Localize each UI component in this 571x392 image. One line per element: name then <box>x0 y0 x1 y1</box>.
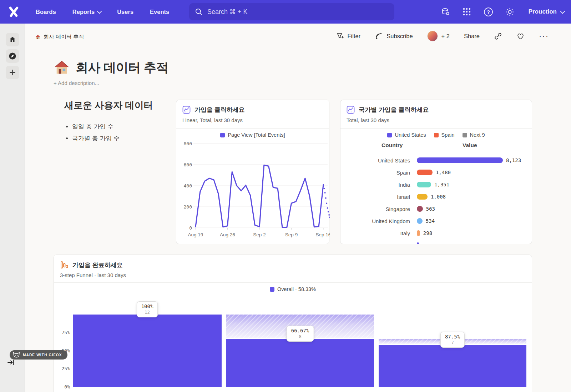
subscribe-button[interactable]: Subscribe <box>375 32 413 40</box>
country-label: Spain <box>340 170 410 176</box>
funnel-bar[interactable] <box>226 339 374 387</box>
favorite-button[interactable] <box>516 32 525 40</box>
nav-item-label: Reports <box>72 9 95 15</box>
funnel-card[interactable]: 가입을 완료하세요 3-step Funnel · last 30 days O… <box>54 255 532 392</box>
legend-item[interactable]: Page View [Total Events] <box>220 132 285 138</box>
card-title: 국가별 가입을 클릭하세요 <box>359 106 429 114</box>
text-card-bullet: 국가별 총 가입 수 <box>72 134 186 142</box>
table-row[interactable]: India 1,351 <box>340 179 532 191</box>
column-header-value[interactable]: Value <box>463 142 477 149</box>
search-input[interactable]: Search ⌘ + K <box>189 3 394 20</box>
divider <box>176 128 329 129</box>
heart-icon <box>516 32 525 40</box>
funnel-step-tooltip: 87.5% 7 <box>440 332 465 348</box>
search-icon <box>195 8 203 16</box>
line-chart-plot[interactable]: 0200400600800Aug 19Aug 26Sep 2Sep 9Sep 1… <box>176 139 330 243</box>
legend-item[interactable]: Next 9 <box>463 132 485 138</box>
nav-item-label: Boards <box>36 9 56 15</box>
table-row[interactable]: Singapore 563 <box>340 203 532 215</box>
avatar <box>427 31 438 41</box>
line-chart-icon <box>182 106 191 114</box>
fox-icon <box>13 352 20 358</box>
country-label: Italy <box>340 230 410 236</box>
share-button[interactable]: Share <box>464 33 480 40</box>
board-title[interactable]: 회사 데이터 추적 <box>76 59 168 76</box>
country-label: Singapore <box>340 206 410 212</box>
plus-icon <box>9 69 16 76</box>
table-row[interactable]: Spain 1,480 <box>340 166 532 179</box>
country-bar <box>417 218 423 224</box>
card-title: 가입을 클릭하세요 <box>194 106 245 114</box>
svg-text:800: 800 <box>184 141 192 146</box>
collaborators[interactable]: + 2 <box>427 31 450 41</box>
legend-item[interactable]: United States <box>387 132 426 138</box>
nav-item-users[interactable]: Users <box>117 9 133 15</box>
sidebar-home-button[interactable] <box>6 33 19 46</box>
filter-button[interactable]: Filter <box>336 32 361 40</box>
legend-label: Next 9 <box>470 132 485 138</box>
nav-item-reports[interactable]: Reports <box>72 9 101 15</box>
gifox-badge-label: MADE WITH GIFOX <box>23 353 62 357</box>
country-value: 1,351 <box>434 182 449 187</box>
nav-item-events[interactable]: Events <box>150 9 169 15</box>
table-row[interactable]: United Kingdom 534 <box>340 215 532 227</box>
svg-text:Aug 19: Aug 19 <box>188 232 203 237</box>
help-icon[interactable]: ? <box>484 7 493 17</box>
step-count: 8 <box>291 334 309 339</box>
country-bar <box>417 182 431 187</box>
y-axis-label: 25% <box>54 366 70 371</box>
chevron-down-icon <box>97 9 102 14</box>
nav-item-boards[interactable]: Boards <box>36 9 56 15</box>
breadcrumb[interactable]: 회사 데이터 추적 <box>35 34 84 40</box>
conversion-rate: 87.5% <box>445 334 460 340</box>
apps-grid-icon[interactable] <box>462 7 472 17</box>
search-placeholder: Search ⌘ + K <box>207 8 248 16</box>
country-value: 1,480 <box>436 170 451 175</box>
svg-text:600: 600 <box>184 162 192 167</box>
funnel-plot[interactable]: 75%50%25%0%100% 1266.67% 887.5% 7 <box>54 255 532 392</box>
filter-icon <box>336 32 344 40</box>
country-value: 534 <box>426 218 435 224</box>
main-content: 회사 데이터 추적 Filter Subscribe + 2 <box>25 24 571 392</box>
text-card[interactable]: 새로운 사용자 데이터 일일 총 가입 수 국가별 총 가입 수 <box>64 99 186 146</box>
table-row[interactable]: Israel 1,008 <box>340 191 532 203</box>
link-icon <box>494 32 502 40</box>
legend-swatch <box>220 133 225 137</box>
table-row[interactable]: United States 8,123 <box>340 154 532 166</box>
page-title: 회사 데이터 추적 <box>54 59 168 76</box>
house-emoji-icon <box>54 60 70 76</box>
breadcrumb-label: 회사 데이터 추적 <box>44 34 84 40</box>
country-bar <box>417 230 420 236</box>
funnel-bar[interactable] <box>73 315 222 387</box>
chevron-down-icon <box>560 9 565 14</box>
line-chart-card[interactable]: 가입을 클릭하세요 Linear, Total, last 30 days Pa… <box>176 100 329 244</box>
legend-label: Spain <box>441 132 455 138</box>
svg-text:Sep 2: Sep 2 <box>253 232 266 237</box>
data-settings-icon[interactable] <box>441 7 450 17</box>
funnel-step-tooltip: 100% 12 <box>137 301 158 317</box>
svg-text:200: 200 <box>184 204 192 210</box>
gifox-badge[interactable]: MADE WITH GIFOX <box>10 350 67 360</box>
sidebar-add-button[interactable] <box>6 66 19 79</box>
settings-gear-icon[interactable] <box>505 7 515 17</box>
sidebar-discover-button[interactable] <box>6 49 19 63</box>
y-axis-label: 75% <box>54 330 70 335</box>
column-header-country[interactable]: Country <box>381 142 403 149</box>
more-options-button[interactable]: ··· <box>539 34 549 38</box>
country-bar <box>417 194 428 200</box>
country-bar <box>417 157 503 163</box>
mixpanel-logo-icon[interactable] <box>7 5 21 19</box>
compass-icon <box>9 52 16 60</box>
country-bar-card[interactable]: 국가별 가입을 클릭하세요 Total, last 30 days United… <box>340 100 532 244</box>
svg-text:0: 0 <box>189 225 192 231</box>
project-selector[interactable]: Prouction <box>529 8 564 15</box>
legend-swatch <box>463 133 467 137</box>
country-label: India <box>340 182 410 188</box>
copy-link-button[interactable] <box>494 32 502 40</box>
expand-sidebar-icon[interactable] <box>7 360 14 367</box>
legend-item[interactable]: Spain <box>434 132 455 138</box>
step-count: 7 <box>445 340 460 345</box>
add-description-button[interactable]: + Add description... <box>54 80 99 86</box>
funnel-bar[interactable] <box>379 345 526 387</box>
table-row[interactable]: Italy 298 <box>340 227 532 239</box>
